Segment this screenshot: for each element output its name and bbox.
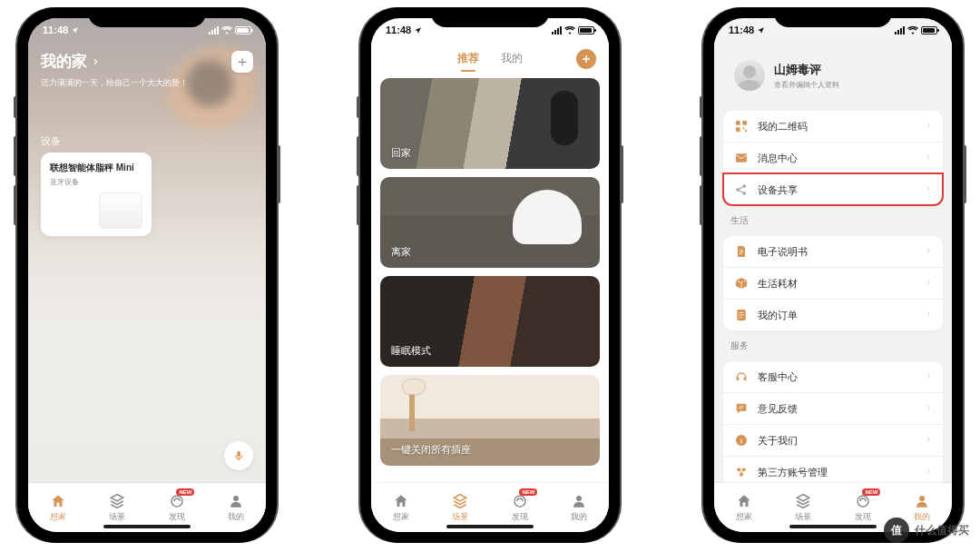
- header-tab-recommend[interactable]: 推荐: [457, 51, 479, 70]
- notch: [88, 7, 206, 27]
- tab-label: 想家: [393, 511, 409, 523]
- settings-row[interactable]: 关于我们: [723, 424, 943, 456]
- svg-rect-8: [745, 130, 747, 132]
- svg-point-18: [858, 496, 868, 507]
- home-title: 我的家: [41, 51, 87, 72]
- avatar: [734, 60, 765, 91]
- scene-card-sleep[interactable]: 睡眠模式: [380, 276, 600, 367]
- settings-group-2: 电子说明书生活耗材我的订单: [723, 236, 943, 330]
- row-label: 客服中心: [758, 370, 798, 384]
- layers-icon: [452, 493, 468, 509]
- settings-row[interactable]: 我的订单: [723, 299, 943, 330]
- device-card-title: 联想智能体脂秤 Mini: [50, 162, 142, 174]
- settings-row[interactable]: 客服中心: [723, 361, 943, 392]
- svg-point-1: [233, 496, 239, 501]
- share-icon: [734, 182, 749, 197]
- phone-frame-2: 11:48 推荐 我的 ＋ 回家 离家 睡眠模式 一键关闭所有插座 想家场景发现…: [360, 7, 620, 543]
- settings-row[interactable]: 我的二维码: [723, 111, 943, 142]
- row-label: 我的订单: [758, 309, 798, 322]
- scene-list[interactable]: 回家 离家 睡眠模式 一键关闭所有插座: [380, 78, 600, 483]
- svg-point-0: [172, 496, 182, 507]
- tab-label: 场景: [452, 511, 468, 523]
- tab-label: 我的: [228, 511, 244, 523]
- voice-button[interactable]: [224, 441, 253, 470]
- tab-label: 场景: [795, 511, 811, 523]
- section-life-label: 生活: [730, 214, 952, 227]
- svg-rect-4: [736, 121, 740, 125]
- chevron-right-icon: [925, 467, 932, 478]
- notch: [431, 7, 549, 27]
- wifi-icon: [221, 26, 232, 34]
- settings-group-1: 我的二维码消息中心设备共享: [723, 111, 943, 205]
- settings-row[interactable]: 第三方账号管理: [723, 456, 943, 483]
- headset-icon: [734, 370, 749, 384]
- feedback-icon: [734, 401, 749, 416]
- settings-row[interactable]: 电子说明书: [723, 236, 943, 267]
- location-icon: [757, 26, 765, 34]
- phone-frame-1: 11:48 我的家 活力满满的一天，给自己一个大大的赞！ ＋ 设备 联想智能体脂…: [17, 7, 277, 543]
- tab-mine[interactable]: 我的: [550, 483, 610, 532]
- microphone-icon: [232, 449, 245, 462]
- cell-signal-icon: [552, 26, 562, 34]
- tab-label: 发现: [855, 511, 871, 523]
- svg-point-2: [514, 496, 525, 507]
- tab-mine[interactable]: 我的: [207, 483, 267, 532]
- info-icon: [734, 433, 749, 448]
- row-label: 意见反馈: [758, 402, 798, 416]
- svg-rect-5: [742, 121, 747, 125]
- tab-home[interactable]: 想家: [28, 483, 88, 532]
- row-label: 第三方账号管理: [758, 466, 828, 479]
- add-scene-button[interactable]: ＋: [576, 49, 596, 69]
- battery-icon: [921, 26, 937, 34]
- device-card-subtitle: 蓝牙设备: [50, 177, 142, 187]
- tab-home[interactable]: 想家: [371, 483, 431, 532]
- layers-icon: [795, 493, 811, 509]
- watermark-badge: 值: [884, 518, 909, 543]
- home-indicator: [103, 525, 191, 528]
- chevron-right-icon: [925, 435, 932, 446]
- tab-label: 场景: [109, 511, 125, 523]
- row-label: 我的二维码: [758, 120, 808, 133]
- settings-row[interactable]: 意见反馈: [723, 392, 943, 424]
- settings-row[interactable]: 设备共享: [723, 173, 943, 205]
- new-badge: NEW: [862, 488, 880, 496]
- scene-card-home[interactable]: 回家: [380, 78, 600, 169]
- watermark-text: 什么值得买: [915, 523, 969, 538]
- row-label: 消息中心: [758, 152, 798, 165]
- scene-card-alloff[interactable]: 一键关闭所有插座: [380, 375, 600, 466]
- order-icon: [734, 308, 749, 322]
- user-icon: [914, 493, 930, 509]
- settings-row[interactable]: 消息中心: [723, 142, 943, 173]
- device-card[interactable]: 联想智能体脂秤 Mini 蓝牙设备: [41, 153, 152, 236]
- tab-label: 想家: [736, 511, 752, 523]
- battery-icon: [235, 26, 251, 34]
- tab-home[interactable]: 想家: [714, 483, 774, 532]
- new-badge: NEW: [519, 488, 537, 496]
- new-badge: NEW: [176, 488, 194, 496]
- add-button[interactable]: ＋: [231, 51, 253, 73]
- home-indicator: [789, 525, 877, 528]
- row-label: 设备共享: [758, 183, 798, 197]
- svg-rect-7: [742, 127, 744, 129]
- home-icon: [393, 493, 409, 509]
- box-icon: [734, 276, 749, 291]
- scene-label: 离家: [391, 245, 411, 259]
- scene-card-leave[interactable]: 离家: [380, 177, 600, 268]
- profile-header[interactable]: 山姆毒评 查看并编辑个人资料: [723, 49, 943, 102]
- thirdparty-icon: [734, 465, 749, 479]
- home-subtitle: 活力满满的一天，给自己一个大大的赞！: [41, 77, 253, 89]
- chevron-right-icon: [925, 184, 932, 195]
- status-time: 11:48: [386, 25, 411, 35]
- header-tab-mine[interactable]: 我的: [501, 51, 523, 70]
- home-indicator: [446, 525, 534, 528]
- settings-row[interactable]: 生活耗材: [723, 267, 943, 299]
- user-icon: [571, 493, 587, 509]
- location-icon: [71, 26, 79, 34]
- chevron-right-icon: [925, 310, 932, 320]
- home-title-button[interactable]: 我的家: [41, 51, 253, 72]
- qr-icon: [734, 119, 749, 133]
- chevron-right-icon: [925, 246, 932, 257]
- chevron-right-icon: [925, 278, 932, 289]
- scenes-header: 推荐 我的: [371, 42, 609, 78]
- layers-icon: [109, 493, 125, 509]
